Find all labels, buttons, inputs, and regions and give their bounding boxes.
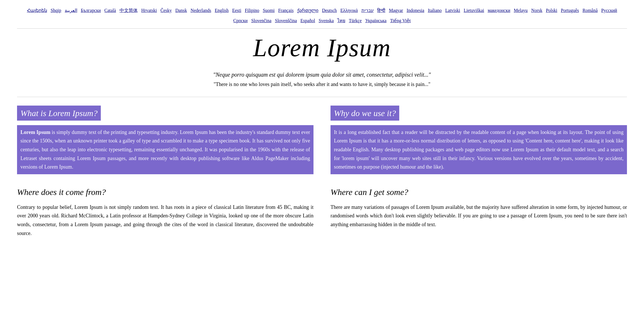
section1-body: Lorem Ipsum is simply dummy text of the … [17, 125, 313, 174]
language-link[interactable]: Lietuviškai [464, 8, 484, 13]
language-link[interactable]: Dansk [175, 8, 187, 13]
language-link[interactable]: Česky [160, 8, 172, 13]
section2-body: It is a long established fact that a rea… [331, 125, 627, 174]
section2-heading: Why do we use it? [331, 106, 399, 121]
language-bar: Հայերեն Shqip العربية Български Català 中… [0, 0, 644, 28]
language-link[interactable]: Suomi [263, 8, 275, 13]
subtitle-section: "Neque porro quisquam est qui dolorem ip… [17, 65, 627, 97]
language-link[interactable]: Français [278, 8, 294, 13]
language-link[interactable]: Tiếng Việt [390, 18, 411, 23]
language-link[interactable]: العربية [65, 8, 77, 13]
language-link[interactable]: Melayu [514, 8, 528, 13]
language-link[interactable]: Українська [365, 18, 386, 23]
column-right-highlighted: Why do we use it? It is a long establish… [322, 106, 627, 174]
language-link[interactable]: македонски [488, 8, 510, 13]
language-link[interactable]: Nederlands [191, 8, 211, 13]
language-link[interactable]: Slovenščina [275, 18, 297, 23]
language-link[interactable]: Latviski [445, 8, 460, 13]
main-title: Lorem Ipsum [0, 34, 644, 62]
language-link[interactable]: Slovenčina [251, 18, 271, 23]
language-link[interactable]: Italiano [428, 8, 442, 13]
language-link[interactable]: Deutsch [322, 8, 337, 13]
language-link[interactable]: Filipino [245, 8, 259, 13]
subtitle-latin: "Neque porro quisquam est qui dolorem ip… [17, 70, 627, 79]
column-left-highlighted: What is Lorem Ipsum? Lorem Ipsum is simp… [17, 106, 322, 174]
language-link[interactable]: Shqip [51, 8, 61, 13]
language-link[interactable]: Hrvatski [141, 8, 157, 13]
language-link[interactable]: Norsk [531, 8, 542, 13]
language-link[interactable]: Indonesia [407, 8, 424, 13]
section1-bold: Lorem Ipsum [20, 129, 50, 135]
section3-body: Contrary to popular belief, Lorem Ipsum … [17, 203, 313, 238]
section4-body: There are many variations of passages of… [331, 203, 627, 229]
language-link[interactable]: עברית [361, 8, 374, 13]
language-link[interactable]: Svenska [319, 18, 334, 23]
language-link[interactable]: Русский [601, 8, 617, 13]
language-link[interactable]: English [215, 8, 229, 13]
language-link[interactable]: हिन्दी [377, 8, 385, 13]
language-link[interactable]: ქართული [297, 8, 318, 13]
language-link[interactable]: Polski [546, 8, 557, 13]
language-link[interactable]: Türkçe [349, 18, 361, 23]
language-link[interactable]: Português [561, 8, 579, 13]
section4-heading: Where can I get some? [331, 186, 627, 198]
section3-heading: Where does it come from? [17, 186, 313, 198]
column-left-plain: Where does it come from? Contrary to pop… [17, 177, 322, 238]
language-link[interactable]: Magyar [389, 8, 403, 13]
subtitle-english: "There is no one who loves pain itself, … [17, 81, 627, 88]
column-right-plain: Where can I get some? There are many var… [322, 177, 627, 238]
language-link[interactable]: ไทย [337, 18, 345, 23]
language-link[interactable]: Español [300, 18, 315, 23]
language-link[interactable]: Ελληνικά [340, 8, 358, 13]
language-link[interactable]: Română [582, 8, 597, 13]
language-link[interactable]: 中文简体 [120, 8, 138, 13]
main-title-section: Lorem Ipsum [0, 29, 644, 65]
language-link[interactable]: Հայերեն [27, 8, 47, 13]
language-link[interactable]: Eesti [232, 8, 241, 13]
highlighted-columns: What is Lorem Ipsum? Lorem Ipsum is simp… [0, 97, 644, 174]
language-link[interactable]: Български [81, 8, 101, 13]
plain-columns: Where does it come from? Contrary to pop… [0, 174, 644, 246]
language-link[interactable]: Català [104, 8, 116, 13]
section1-heading: What is Lorem Ipsum? [17, 106, 101, 121]
language-link[interactable]: Српски [233, 18, 248, 23]
